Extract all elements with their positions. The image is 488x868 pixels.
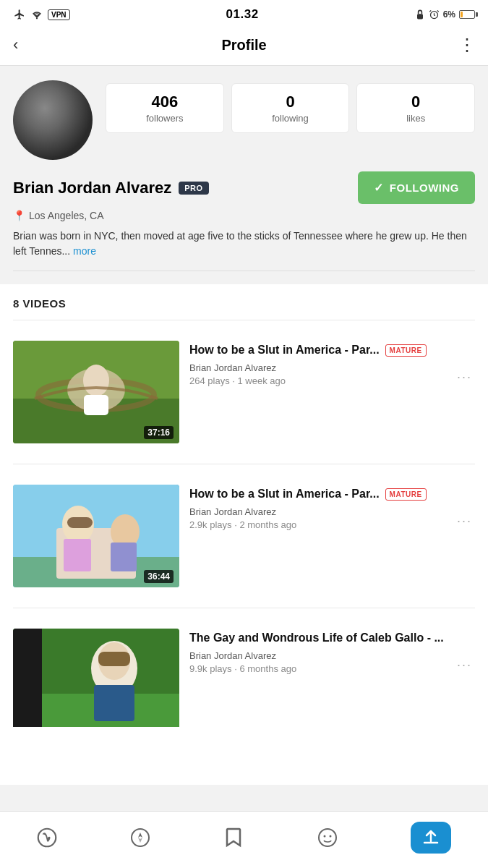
face-icon bbox=[317, 827, 338, 848]
video-plays-2: 2.9k plays bbox=[189, 519, 232, 530]
video-ago-2: 2 months ago bbox=[239, 519, 296, 530]
airplane-icon bbox=[13, 9, 26, 20]
followers-count: 406 bbox=[112, 93, 218, 111]
video-title-3: The Gay and Wondrous Life of Caleb Gallo… bbox=[189, 630, 444, 646]
profile-name-row: Brian Jordan Alvarez PRO ✓ FOLLOWING bbox=[13, 171, 475, 204]
profile-bio: Brian was born in NYC, then moved at age… bbox=[13, 229, 475, 259]
video-ago-3: 6 months ago bbox=[239, 663, 296, 674]
stats-row: 406 followers 0 following 0 likes bbox=[106, 83, 475, 133]
bottom-nav bbox=[0, 811, 488, 868]
status-bar: VPN 01.32 6% bbox=[0, 0, 488, 26]
location-icon: 📍 bbox=[13, 210, 25, 221]
alarm-icon bbox=[429, 9, 440, 20]
likes-count: 0 bbox=[363, 93, 468, 111]
profile-top: 406 followers 0 following 0 likes bbox=[13, 80, 475, 160]
video-duration-2: 36:44 bbox=[144, 570, 174, 583]
nav-item-watchlater[interactable] bbox=[209, 825, 258, 851]
followers-label: followers bbox=[112, 113, 218, 124]
video-meta-3: 9.9k plays · 6 months ago bbox=[189, 663, 296, 674]
video-meta-1: 264 plays · 1 week ago bbox=[189, 375, 286, 386]
video-title-1: How to be a Slut in America - Par... bbox=[189, 342, 380, 358]
nav-item-explore[interactable] bbox=[116, 825, 165, 851]
svg-rect-1 bbox=[417, 14, 423, 19]
video-plays-1: 264 plays bbox=[189, 375, 230, 386]
video-thumbnail-2[interactable]: 36:44 bbox=[13, 485, 179, 587]
nav-item-profile[interactable] bbox=[303, 825, 352, 851]
name-group: Brian Jordan Alvarez PRO bbox=[13, 179, 209, 197]
profile-name: Brian Jordan Alvarez bbox=[13, 179, 171, 197]
compass-icon bbox=[130, 827, 150, 848]
avatar bbox=[13, 80, 93, 160]
video-thumbnail-3[interactable] bbox=[13, 629, 179, 727]
following-stat: 0 following bbox=[231, 83, 350, 133]
page-title: Profile bbox=[221, 37, 266, 54]
svg-point-25 bbox=[132, 829, 149, 846]
video-divider-2 bbox=[13, 608, 475, 608]
following-label: following bbox=[238, 113, 343, 124]
list-item[interactable]: 37:16 How to be a Slut in America - Par.… bbox=[13, 331, 475, 454]
status-right-icons: 6% bbox=[415, 9, 475, 20]
vimeo-icon bbox=[37, 827, 57, 848]
following-button[interactable]: ✓ FOLLOWING bbox=[358, 171, 475, 204]
bio-more-link[interactable]: more bbox=[73, 245, 96, 257]
svg-rect-22 bbox=[94, 685, 134, 721]
video-author-1: Brian Jordan Alvarez bbox=[189, 362, 286, 373]
video-title-row-1: How to be a Slut in America - Par... MAT… bbox=[189, 342, 475, 358]
mature-badge-2: MATURE bbox=[385, 488, 427, 501]
battery-icon bbox=[459, 10, 475, 19]
video-title-2: How to be a Slut in America - Par... bbox=[189, 486, 380, 502]
list-item[interactable]: 36:44 How to be a Slut in America - Par.… bbox=[13, 475, 475, 597]
vpn-badge: VPN bbox=[48, 9, 70, 20]
video-author-2: Brian Jordan Alvarez bbox=[189, 506, 296, 517]
svg-rect-16 bbox=[67, 517, 93, 528]
battery-percent: 6% bbox=[443, 9, 455, 20]
video-meta-2: 2.9k plays · 2 months ago bbox=[189, 519, 296, 530]
video-info-1: How to be a Slut in America - Par... MAT… bbox=[189, 341, 475, 386]
videos-section: 8 VIDEOS 37:16 How to be a Slut in Ameri… bbox=[0, 284, 488, 785]
video-info-3: The Gay and Wondrous Life of Caleb Gallo… bbox=[189, 629, 475, 674]
following-count: 0 bbox=[238, 93, 343, 111]
video-thumbnail-1[interactable]: 37:16 bbox=[13, 341, 179, 443]
video-more-button-2[interactable]: ··· bbox=[454, 512, 475, 530]
video-info-2: How to be a Slut in America - Par... MAT… bbox=[189, 485, 475, 530]
mature-badge-1: MATURE bbox=[385, 344, 427, 357]
video-meta-row-3: Brian Jordan Alvarez 9.9k plays · 6 mont… bbox=[189, 646, 475, 674]
back-button[interactable]: ‹ bbox=[13, 35, 39, 54]
svg-rect-18 bbox=[13, 629, 42, 727]
pro-badge: PRO bbox=[179, 182, 208, 195]
video-title-row-3: The Gay and Wondrous Life of Caleb Gallo… bbox=[189, 630, 475, 646]
svg-point-7 bbox=[83, 365, 109, 396]
video-meta-row-1: Brian Jordan Alvarez 264 plays · 1 week … bbox=[189, 358, 475, 386]
lock-icon bbox=[415, 9, 425, 20]
upload-button[interactable] bbox=[411, 822, 451, 854]
video-separator-1: · bbox=[232, 375, 237, 386]
svg-rect-8 bbox=[84, 395, 108, 415]
nav-header: ‹ Profile ⋮ bbox=[0, 26, 488, 66]
svg-marker-26 bbox=[138, 833, 142, 838]
video-plays-3: 9.9k plays bbox=[189, 663, 232, 674]
video-author-3: Brian Jordan Alvarez bbox=[189, 650, 296, 661]
svg-rect-13 bbox=[64, 539, 91, 571]
svg-rect-23 bbox=[98, 652, 130, 666]
video-title-row-2: How to be a Slut in America - Par... MAT… bbox=[189, 486, 475, 502]
video-more-button-3[interactable]: ··· bbox=[454, 656, 475, 674]
video-divider-0 bbox=[13, 320, 475, 320]
status-time: 01.32 bbox=[226, 7, 259, 22]
wifi-icon bbox=[30, 9, 43, 20]
status-left-icons: VPN bbox=[13, 9, 70, 20]
nav-item-vimeo[interactable] bbox=[22, 825, 72, 851]
video-divider-1 bbox=[13, 464, 475, 464]
list-item[interactable]: The Gay and Wondrous Life of Caleb Gallo… bbox=[13, 618, 475, 727]
nav-item-upload[interactable] bbox=[396, 819, 466, 856]
avatar-image bbox=[13, 80, 93, 160]
svg-rect-15 bbox=[111, 542, 137, 571]
more-button[interactable]: ⋮ bbox=[449, 35, 475, 55]
svg-point-0 bbox=[36, 17, 38, 19]
check-icon: ✓ bbox=[374, 181, 384, 195]
svg-marker-27 bbox=[138, 838, 142, 843]
video-more-button-1[interactable]: ··· bbox=[454, 368, 475, 386]
videos-title: 8 VIDEOS bbox=[13, 297, 475, 310]
profile-section: 406 followers 0 following 0 likes Brian … bbox=[0, 66, 488, 284]
followers-stat: 406 followers bbox=[106, 83, 224, 133]
svg-point-30 bbox=[329, 835, 331, 838]
